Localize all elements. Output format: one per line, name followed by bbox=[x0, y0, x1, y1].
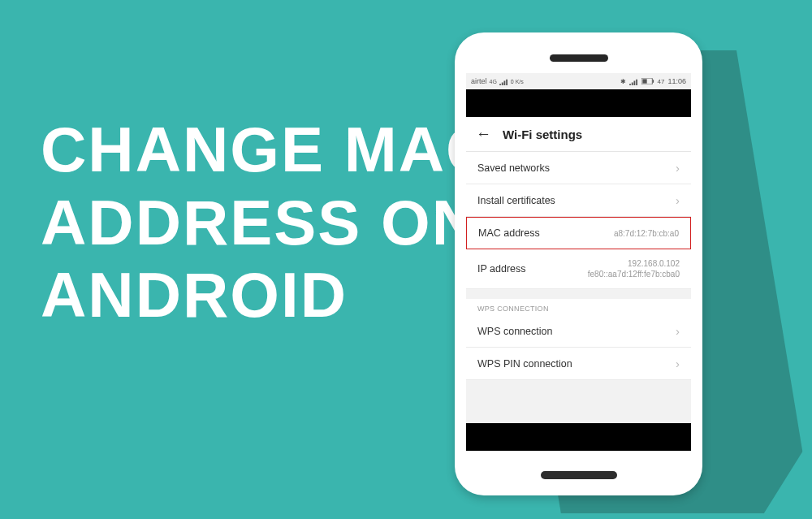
install-certs-label: Install certificates bbox=[477, 195, 555, 206]
settings-header: ← Wi-Fi settings bbox=[466, 117, 691, 152]
ip-value-1: 192.168.0.102 bbox=[588, 258, 680, 269]
mac-address-row[interactable]: MAC address a8:7d:12:7b:cb:a0 bbox=[466, 217, 691, 249]
saved-networks-label: Saved networks bbox=[477, 162, 550, 174]
battery-icon bbox=[641, 78, 654, 84]
phone-speaker bbox=[550, 54, 608, 62]
chevron-right-icon: › bbox=[676, 161, 680, 175]
wps-connection-row[interactable]: WPS connection › bbox=[466, 315, 691, 348]
speed-label: 0 K/s bbox=[511, 79, 524, 84]
bluetooth-icon: ✱ bbox=[620, 78, 626, 85]
chevron-right-icon: › bbox=[676, 193, 680, 207]
headline-line-3: ANDROID bbox=[41, 259, 493, 332]
wps-pin-connection-row[interactable]: WPS PIN connection › bbox=[466, 348, 691, 380]
bottom-black-bar bbox=[466, 423, 691, 451]
install-certificates-row[interactable]: Install certificates › bbox=[466, 184, 691, 217]
status-bar: airtel 4G 0 K/s ✱ 47 11:06 bbox=[466, 73, 691, 89]
signal-icon bbox=[499, 78, 508, 85]
wps-connection-label: WPS connection bbox=[477, 326, 552, 337]
mac-address-value: a8:7d:12:7b:cb:a0 bbox=[614, 228, 679, 239]
status-right: ✱ 47 11:06 bbox=[620, 77, 686, 85]
page-title: Wi-Fi settings bbox=[503, 128, 582, 141]
carrier-label: airtel bbox=[471, 77, 487, 85]
saved-networks-row[interactable]: Saved networks › bbox=[466, 152, 691, 184]
mac-address-label: MAC address bbox=[478, 227, 540, 239]
headline: CHANGE MAC ADDRESS ON ANDROID bbox=[41, 114, 493, 332]
status-left: airtel 4G 0 K/s bbox=[471, 77, 524, 85]
ip-address-row[interactable]: IP address 192.168.0.102 fe80::aa7d:12ff… bbox=[466, 249, 691, 289]
ip-address-label: IP address bbox=[477, 263, 526, 275]
top-black-bar bbox=[466, 89, 691, 117]
ip-value-2: fe80::aa7d:12ff:fe7b:cba0 bbox=[588, 269, 680, 279]
wps-section-header: WPS CONNECTION bbox=[466, 299, 691, 315]
svg-rect-1 bbox=[642, 79, 646, 83]
phone-frame: airtel 4G 0 K/s ✱ 47 11:06 ← Wi-Fi setti… bbox=[455, 32, 702, 495]
signal-icon-2 bbox=[629, 78, 638, 85]
ip-address-value: 192.168.0.102 fe80::aa7d:12ff:fe7b:cba0 bbox=[588, 258, 680, 279]
chevron-right-icon: › bbox=[676, 357, 680, 370]
back-arrow-icon[interactable]: ← bbox=[476, 125, 491, 143]
headline-line-2: ADDRESS ON bbox=[41, 187, 493, 260]
chevron-right-icon: › bbox=[676, 324, 680, 338]
home-button[interactable] bbox=[541, 471, 617, 479]
net-label: 4G bbox=[490, 79, 497, 84]
wps-pin-label: WPS PIN connection bbox=[477, 358, 572, 370]
battery-label: 47 bbox=[658, 78, 665, 85]
section-spacer bbox=[466, 289, 691, 299]
svg-rect-2 bbox=[652, 80, 653, 83]
headline-line-1: CHANGE MAC bbox=[41, 114, 493, 187]
time-label: 11:06 bbox=[667, 77, 686, 85]
phone-screen: airtel 4G 0 K/s ✱ 47 11:06 ← Wi-Fi setti… bbox=[466, 73, 691, 451]
